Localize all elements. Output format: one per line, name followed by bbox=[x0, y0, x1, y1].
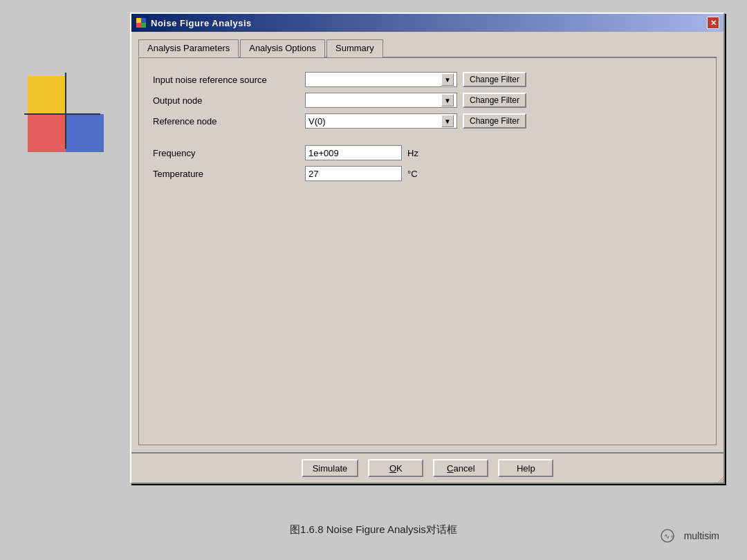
reference-node-arrow[interactable]: ▼ bbox=[441, 115, 454, 127]
temperature-row: Temperature °C bbox=[153, 166, 702, 181]
input-noise-combo-wrapper: ▼ Change Filter bbox=[305, 72, 526, 87]
simulate-button[interactable]: Simulate bbox=[302, 459, 359, 477]
background-logo bbox=[21, 69, 104, 154]
panel-content: Input noise reference source ▼ Change Fi… bbox=[138, 58, 717, 445]
reference-node-row: Reference node V(0) ▼ Change Filter bbox=[153, 113, 702, 129]
output-node-combo-wrapper: ▼ Change Filter bbox=[305, 93, 526, 108]
multisim-label: multisim bbox=[684, 530, 719, 541]
tab-summary[interactable]: Summary bbox=[326, 39, 383, 57]
reference-node-label: Reference node bbox=[153, 116, 305, 127]
tab-analysis-parameters[interactable]: Analysis Parameters bbox=[138, 39, 239, 57]
output-node-combo[interactable]: ▼ bbox=[305, 93, 457, 108]
svg-rect-7 bbox=[136, 23, 141, 28]
output-node-arrow[interactable]: ▼ bbox=[441, 94, 454, 106]
frequency-label: Frequency bbox=[153, 148, 305, 158]
dialog-title: Noise Figure Analysis bbox=[151, 18, 252, 28]
svg-text:∿: ∿ bbox=[664, 532, 670, 540]
dialog-footer: Simulate OK Cancel Help bbox=[131, 452, 723, 483]
temperature-label: Temperature bbox=[153, 169, 305, 179]
dialog-window: Noise Figure Analysis ✕ Analysis Paramet… bbox=[130, 12, 725, 484]
output-node-row: Output node ▼ Change Filter bbox=[153, 93, 702, 108]
tab-analysis-options[interactable]: Analysis Options bbox=[240, 39, 325, 57]
svg-rect-0 bbox=[28, 76, 66, 114]
svg-marker-2 bbox=[66, 114, 104, 152]
frequency-unit: Hz bbox=[407, 148, 418, 158]
app-icon bbox=[136, 17, 147, 28]
svg-rect-5 bbox=[136, 18, 141, 23]
svg-line-11 bbox=[722, 481, 723, 483]
help-button[interactable]: Help bbox=[498, 459, 553, 477]
reference-node-value: V(0) bbox=[308, 116, 326, 127]
reference-node-combo-wrapper: V(0) ▼ Change Filter bbox=[305, 113, 526, 129]
close-button[interactable]: ✕ bbox=[707, 17, 719, 29]
svg-text:≈: ≈ bbox=[671, 533, 674, 540]
caption-text: 图1.6.8 Noise Figure Analysis对话框 bbox=[0, 523, 747, 536]
multisim-logo: ∿ ≈ multisim bbox=[661, 528, 719, 543]
svg-marker-1 bbox=[28, 114, 66, 152]
cancel-button[interactable]: Cancel bbox=[433, 459, 488, 477]
reference-node-combo[interactable]: V(0) ▼ bbox=[305, 113, 457, 129]
input-noise-label: Input noise reference source bbox=[153, 75, 305, 85]
tab-bar: Analysis Parameters Analysis Options Sum… bbox=[138, 39, 717, 58]
input-noise-change-filter-button[interactable]: Change Filter bbox=[463, 72, 526, 87]
output-node-label: Output node bbox=[153, 95, 305, 106]
node-fields-section: Input noise reference source ▼ Change Fi… bbox=[153, 72, 702, 129]
title-bar: Noise Figure Analysis ✕ bbox=[131, 14, 723, 32]
freq-temp-section: Frequency Hz Temperature °C bbox=[153, 145, 702, 181]
ok-button[interactable]: OK bbox=[368, 459, 423, 477]
multisim-icon: ∿ ≈ bbox=[661, 528, 680, 543]
input-noise-arrow[interactable]: ▼ bbox=[441, 73, 454, 86]
input-noise-combo[interactable]: ▼ bbox=[305, 72, 457, 87]
svg-rect-6 bbox=[141, 18, 146, 23]
frequency-input[interactable] bbox=[305, 145, 402, 160]
input-noise-row: Input noise reference source ▼ Change Fi… bbox=[153, 72, 702, 87]
temperature-unit: °C bbox=[407, 169, 418, 179]
output-node-change-filter-button[interactable]: Change Filter bbox=[463, 93, 526, 108]
reference-node-change-filter-button[interactable]: Change Filter bbox=[463, 113, 526, 129]
svg-rect-8 bbox=[141, 23, 146, 28]
resize-grip[interactable] bbox=[715, 474, 723, 483]
frequency-row: Frequency Hz bbox=[153, 145, 702, 160]
temperature-input[interactable] bbox=[305, 166, 402, 181]
